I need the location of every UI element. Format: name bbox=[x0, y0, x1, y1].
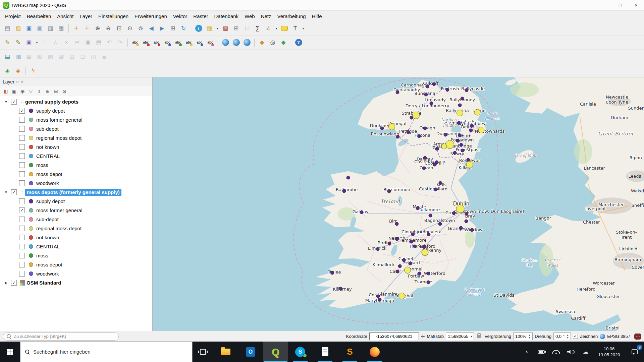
onedrive-icon[interactable]: ☁ bbox=[578, 342, 593, 362]
labeling-blue-button[interactable]: abc bbox=[162, 38, 172, 48]
digitizing-dropdown-button[interactable]: ▾ bbox=[35, 38, 39, 48]
spinner-arrows-icon[interactable]: ▲▼ bbox=[567, 334, 569, 339]
menu-einstellungen[interactable]: Einstellungen bbox=[95, 12, 131, 21]
taskbar-app-explorer[interactable] bbox=[213, 342, 238, 362]
panel-close-icon[interactable]: × bbox=[21, 79, 23, 84]
rotation-spinner[interactable]: 0,0 ° ▲▼ bbox=[553, 333, 571, 340]
action-center-button[interactable]: 9 bbox=[625, 342, 644, 362]
zoom-last-button[interactable]: ◀ bbox=[146, 23, 156, 34]
category-moss[interactable]: moss bbox=[0, 161, 152, 170]
category-checkbox[interactable] bbox=[19, 135, 25, 141]
zoom-next-button[interactable]: ▶ bbox=[157, 23, 167, 34]
zoom-out-button[interactable]: ⊖ bbox=[103, 23, 113, 34]
category-not-known[interactable]: not known bbox=[0, 142, 152, 152]
layer-checkbox[interactable]: ✓ bbox=[11, 99, 17, 105]
category-checkbox[interactable] bbox=[19, 117, 25, 123]
category-checkbox[interactable] bbox=[19, 171, 25, 177]
crs-label[interactable]: EPSG:3857 bbox=[607, 334, 630, 339]
render-checkbox[interactable]: ✓ bbox=[573, 334, 578, 339]
menu-erweiterungen[interactable]: Erweiterungen bbox=[131, 12, 170, 21]
category-supply-depot[interactable]: supply depot bbox=[0, 197, 152, 206]
menu-bearbeiten[interactable]: Bearbeiten bbox=[24, 12, 54, 21]
layer-checkbox[interactable]: ✓ bbox=[11, 189, 17, 195]
open-attribute-table-button[interactable]: ⊞ bbox=[231, 23, 241, 34]
category-central[interactable]: CENTRAL bbox=[0, 152, 152, 161]
taskbar-app-qgis[interactable]: Q bbox=[263, 342, 288, 362]
category-checkbox[interactable]: ✓ bbox=[19, 108, 25, 114]
measure-tool-button[interactable]: ∠ bbox=[263, 23, 273, 34]
locator-search[interactable]: Zu suchender Typ (Strg+K) bbox=[3, 333, 119, 341]
category-checkbox[interactable] bbox=[19, 235, 25, 240]
menu-hilfe[interactable]: Hilfe bbox=[309, 12, 325, 21]
category-checkbox[interactable] bbox=[19, 271, 25, 277]
taskbar-app-notepad[interactable] bbox=[313, 342, 337, 362]
category-not-known[interactable]: not known bbox=[0, 233, 152, 242]
zoom-in-button[interactable]: ⊕ bbox=[93, 23, 103, 34]
manage-map-themes-button[interactable]: ◉ bbox=[19, 87, 26, 95]
task-view-button[interactable] bbox=[193, 342, 213, 362]
clock[interactable]: 10:06 13.05.2020 bbox=[593, 342, 625, 362]
menu-verarbeitung[interactable]: Verarbeitung bbox=[274, 12, 309, 21]
start-button[interactable] bbox=[0, 342, 20, 362]
menu-ansicht[interactable]: Ansicht bbox=[54, 12, 76, 21]
minimize-button[interactable]: – bbox=[597, 0, 612, 10]
save-project-as-button[interactable]: ▣ bbox=[35, 23, 45, 34]
category-woodwork[interactable]: woodwork bbox=[0, 269, 152, 278]
expand-arrow-icon[interactable]: ▼ bbox=[3, 100, 9, 104]
taskbar-app-firefox[interactable] bbox=[362, 342, 387, 362]
coordinate-input[interactable]: -1536074,6690621 bbox=[369, 333, 419, 340]
zoom-to-layer-button[interactable]: ⊚ bbox=[136, 23, 146, 34]
add-group-button[interactable]: ▣ bbox=[10, 87, 18, 95]
plugin-processing-button[interactable]: ϟ bbox=[28, 66, 38, 76]
layer-moss-depots-formerly-general-supply[interactable]: ▼✓∴moss depots (formerly general supply) bbox=[0, 188, 152, 197]
measure-dropdown-button[interactable]: ▾ bbox=[274, 23, 279, 34]
labeling-red-button[interactable]: abc bbox=[152, 38, 162, 48]
expand-arrow-icon[interactable]: ▼ bbox=[3, 190, 9, 194]
taskbar-app-sublime[interactable]: S bbox=[337, 342, 362, 362]
category-regional-moss-depot[interactable]: regional moss depot bbox=[0, 133, 152, 142]
current-edits-button[interactable]: ✎ bbox=[2, 38, 12, 48]
messages-icon[interactable] bbox=[634, 334, 641, 340]
toggle-editing-button[interactable]: ✎ bbox=[13, 38, 23, 48]
layer-labeling-button[interactable]: abc bbox=[130, 38, 140, 48]
menu-netz[interactable]: Netz bbox=[258, 12, 274, 21]
extent-icon[interactable]: ✛ bbox=[421, 334, 425, 339]
category-sub-depot[interactable]: sub-depot bbox=[0, 215, 152, 224]
category-checkbox[interactable]: ✓ bbox=[19, 207, 25, 213]
tray-chevron-icon[interactable]: ∧ bbox=[519, 342, 534, 362]
category-checkbox[interactable] bbox=[19, 226, 25, 231]
category-checkbox[interactable] bbox=[19, 217, 25, 222]
pan-map-button[interactable]: ✛ bbox=[71, 23, 81, 34]
geonode-button[interactable] bbox=[242, 38, 252, 48]
identify-features-button[interactable]: i bbox=[194, 23, 204, 34]
new-map-view-button[interactable]: ⊞ bbox=[168, 23, 178, 34]
save-layer-edits-button[interactable]: ▣ bbox=[24, 38, 34, 48]
style-sharing-button[interactable]: ◆ bbox=[278, 38, 288, 48]
category-moss[interactable]: moss bbox=[0, 251, 152, 260]
category-checkbox[interactable] bbox=[19, 198, 25, 204]
labeling-pink-button[interactable]: abc bbox=[205, 38, 215, 48]
help-button[interactable]: ? bbox=[293, 38, 304, 48]
metasearch-button[interactable] bbox=[220, 38, 230, 48]
field-calculator-button[interactable]: ∷ bbox=[242, 23, 252, 34]
processing-tool-1-button[interactable]: ▤ bbox=[2, 52, 12, 62]
pan-to-selection-button[interactable]: ✛ bbox=[82, 23, 92, 34]
category-moss-former-general[interactable]: ✓moss former general bbox=[0, 206, 152, 215]
offline-editing-button[interactable]: ◆ bbox=[257, 38, 267, 48]
select-dropdown-button[interactable]: ▾ bbox=[215, 23, 220, 34]
text-annotation-button[interactable]: T bbox=[290, 23, 300, 34]
taskbar-app-skype[interactable]: S✓ bbox=[288, 342, 313, 362]
scale-combo[interactable]: 1:5680655 ▾ bbox=[446, 333, 474, 340]
spinner-arrows-icon[interactable]: ▲▼ bbox=[528, 334, 531, 339]
category-checkbox[interactable] bbox=[19, 180, 25, 186]
category-moss-depot[interactable]: moss depot bbox=[0, 170, 152, 179]
wifi-icon[interactable] bbox=[549, 342, 564, 362]
magnifier-spinner[interactable]: 100% ▲▼ bbox=[513, 333, 533, 340]
category-moss-former-general[interactable]: moss former general bbox=[0, 115, 152, 124]
category-sub-depot[interactable]: sub-depot bbox=[0, 124, 152, 133]
panel-float-icon[interactable]: □ bbox=[16, 79, 19, 84]
category-checkbox[interactable] bbox=[19, 153, 25, 159]
labeling-yellow-button[interactable]: abc bbox=[184, 38, 194, 48]
category-checkbox[interactable] bbox=[19, 262, 25, 267]
remove-layer-button[interactable]: ⊠ bbox=[61, 87, 68, 95]
